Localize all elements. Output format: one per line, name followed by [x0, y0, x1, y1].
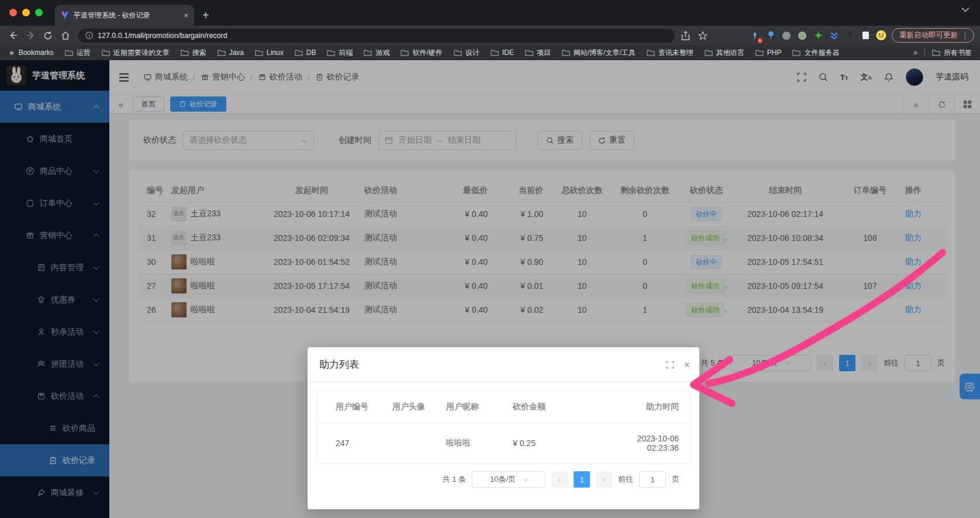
dialog-fullscreen-icon[interactable] [666, 361, 674, 369]
new-tab-button[interactable]: + [202, 5, 209, 26]
cell-user-nickname: 啦啦啦 [446, 438, 513, 448]
goto-label: 前往 [618, 474, 633, 485]
browser-toolbar: 127.0.0.1/mall/promotion/bargain/record … [0, 26, 980, 45]
bookmark-label: PHP [767, 49, 782, 57]
share-icon[interactable] [678, 29, 692, 43]
forward-icon[interactable] [23, 29, 37, 43]
all-bookmarks[interactable]: 所有书签 [932, 48, 972, 58]
col-bargain-amount: 砍价金额 [513, 402, 610, 412]
cell-bargain-amount: ¥ 0.25 [513, 438, 610, 448]
minimize-window-button[interactable] [22, 9, 30, 16]
browser-update-label: 重新启动即可更新 [899, 30, 958, 40]
col-assist-time: 助力时间 [610, 402, 690, 412]
col-user-nickname: 用户昵称 [446, 402, 513, 412]
bookmark-label: Linux [267, 49, 284, 57]
extension-gray-icon[interactable] [781, 30, 792, 41]
extension-badge: 6 [758, 38, 762, 43]
window-controls[interactable] [9, 9, 43, 16]
bookmarks-overflow-chevron[interactable]: » [913, 49, 917, 57]
assist-table: 用户编号 用户头像 用户昵称 砍价金额 助力时间 247 啦啦啦 ¥ 0.25 … [316, 390, 691, 464]
bookmark-folder[interactable]: 其他语言 [705, 48, 744, 58]
bookmarks-root[interactable]: ★Bookmarks [8, 49, 54, 57]
bookmark-folder[interactable]: DB [295, 49, 316, 57]
bookmark-label: 其他语言 [716, 48, 744, 58]
bookmark-label: 软件/硬件 [412, 48, 442, 58]
page-size-select[interactable]: 10条/页 [472, 471, 546, 488]
bookmark-folder[interactable]: 项目 [525, 48, 551, 58]
close-tab-icon[interactable]: × [184, 11, 188, 20]
page-1-button[interactable]: 1 [574, 471, 590, 488]
url-text: 127.0.0.1/mall/promotion/bargain/record [98, 32, 227, 40]
bookmark-label: 搜索 [192, 48, 206, 58]
bookmark-label: 网站/博客/文章/工具 [574, 48, 636, 58]
bookmark-label: IDE [502, 49, 514, 57]
bookmark-folder[interactable]: IDE [491, 49, 514, 57]
page-info-icon[interactable] [85, 32, 93, 39]
extension-dark-icon[interactable] [844, 30, 855, 41]
next-page-button[interactable]: › [596, 471, 612, 488]
goto-page-input[interactable] [639, 471, 666, 488]
extension-star-icon[interactable] [813, 30, 823, 41]
toolbar-extensions: 6 重新启动即可更新 ⋮ [750, 28, 974, 43]
extension-panel-icon[interactable] [860, 30, 871, 41]
cell-assist-time: 2023-10-06 02:23:36 [610, 434, 690, 453]
app-viewport: 芋道管理系统 商城系统 商城首页 商品中心 订单中心 营销中心 [0, 60, 980, 518]
extension-green-icon[interactable] [797, 30, 808, 41]
all-bookmarks-label: 所有书签 [944, 48, 972, 58]
bookmark-folder[interactable]: 设计 [454, 48, 479, 58]
reload-icon[interactable] [41, 29, 55, 43]
dialog-pagination: 共 1 条 10条/页 ‹ 1 › 前往 页 [316, 471, 679, 488]
close-window-button[interactable] [9, 9, 17, 16]
prev-page-button[interactable]: ‹ [551, 471, 568, 488]
bookmark-folder[interactable]: Java [218, 49, 244, 57]
dialog-close-icon[interactable]: × [684, 360, 690, 370]
bookmark-folder[interactable]: 前端 [327, 48, 353, 58]
bookmark-label: Java [229, 49, 244, 57]
bookmark-label: 文件服务器 [804, 48, 839, 58]
extension-chevrons-icon[interactable] [829, 30, 839, 41]
bookmark-folder[interactable]: 游戏 [364, 48, 389, 58]
bookmark-folder[interactable]: 网站/博客/文章/工具 [562, 48, 636, 58]
bookmarks-star-icon: ★ [8, 49, 15, 57]
bookmark-folder[interactable]: 资讯未整理 [647, 48, 693, 58]
bookmark-label: 资讯未整理 [658, 48, 693, 58]
maximize-window-button[interactable] [35, 9, 43, 16]
browser-tab-title: 芋道管理系统 - 砍价记录 [74, 11, 179, 20]
bookmark-folder[interactable]: Linux [255, 49, 284, 57]
browser-tabstrip: 芋道管理系统 - 砍价记录 × + [0, 0, 980, 26]
cell-user-id: 247 [317, 438, 392, 448]
address-bar[interactable]: 127.0.0.1/mall/promotion/bargain/record [78, 29, 675, 43]
extension-pin-icon[interactable]: 6 [750, 30, 760, 41]
page-size-value: 10条/页 [490, 474, 516, 485]
home-icon[interactable] [58, 29, 73, 43]
pagination-total: 共 1 条 [443, 474, 466, 485]
page-unit-label: 页 [672, 474, 679, 485]
col-user-id: 用户编号 [317, 402, 392, 412]
bookmark-folder[interactable]: 软件/硬件 [401, 48, 442, 58]
site-favicon [61, 11, 69, 19]
bookmark-folder[interactable]: 近期需要读的文章 [102, 48, 170, 58]
bookmark-label: 运营 [77, 48, 91, 58]
bookmark-label: 游戏 [375, 48, 389, 58]
assist-table-header: 用户编号 用户头像 用户昵称 砍价金额 助力时间 [317, 391, 690, 423]
assist-table-row: 247 啦啦啦 ¥ 0.25 2023-10-06 02:23:36 [317, 423, 690, 463]
extension-balloon-icon[interactable] [765, 30, 776, 41]
browser-update-button[interactable]: 重新启动即可更新 ⋮ [892, 28, 974, 43]
browser-tab[interactable]: 芋道管理系统 - 砍价记录 × [55, 5, 194, 26]
bookmark-folder[interactable]: 搜索 [181, 48, 206, 58]
bookmark-folder[interactable]: 文件服务器 [792, 48, 839, 58]
bookmarks-bar: ★Bookmarks 运营 近期需要读的文章 搜索 Java Linux DB … [0, 45, 980, 60]
bookmark-folder[interactable]: 运营 [65, 48, 91, 58]
bookmark-label: 项目 [537, 48, 551, 58]
col-user-avatar: 用户头像 [392, 402, 446, 412]
bookmark-star-icon[interactable] [696, 29, 710, 43]
window-chevron-icon[interactable] [961, 7, 969, 12]
bookmark-folder[interactable]: PHP [755, 49, 782, 57]
bookmark-label: 前端 [339, 48, 353, 58]
dialog-header: 助力列表 × [308, 347, 699, 382]
profile-avatar-emoji[interactable] [876, 30, 886, 41]
back-icon[interactable] [6, 29, 20, 43]
assist-list-dialog: 助力列表 × 用户编号 用户头像 用户昵称 砍价金额 助力时间 247 啦啦啦 … [308, 347, 699, 509]
bookmarks-root-label: Bookmarks [19, 49, 54, 57]
browser-menu-kebab-icon[interactable]: ⋮ [961, 31, 969, 40]
